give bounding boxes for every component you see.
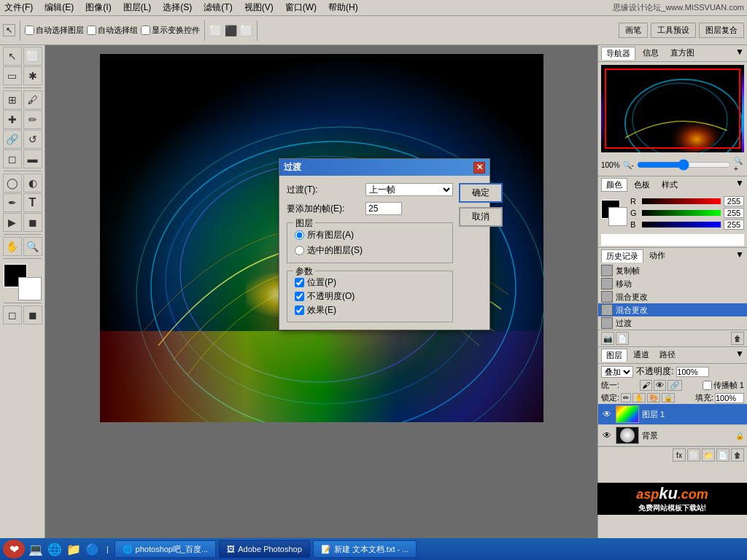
fill-input[interactable] [715, 393, 744, 403]
menu-window[interactable]: 窗口(W) [284, 1, 318, 14]
info-tab[interactable]: 信息 [638, 47, 663, 60]
move-tool[interactable]: ↖ [3, 47, 22, 66]
zoom-slider[interactable] [637, 159, 731, 171]
brush-tool[interactable]: ✏ [23, 110, 42, 129]
green-slider[interactable] [642, 210, 721, 216]
all-layers-radio[interactable]: 所有图层(A) [295, 228, 445, 243]
propagate-checkbox[interactable] [703, 381, 712, 390]
standard-mode[interactable]: ◻ [3, 306, 22, 324]
auto-select-layer-input[interactable] [25, 26, 34, 35]
taskbar-photoshop-blog[interactable]: 🌐 photoshop吧_百度... [115, 540, 217, 558]
background-swatch[interactable] [608, 207, 627, 226]
dialog-close-button[interactable]: ✕ [473, 162, 485, 174]
panel-menu-icon[interactable]: ▼ [735, 47, 744, 60]
styles-tab[interactable]: 样式 [657, 178, 683, 192]
menu-edit[interactable]: 编辑(E) [43, 1, 75, 14]
color-result[interactable] [601, 234, 744, 246]
new-group-btn[interactable]: 📁 [702, 448, 715, 462]
layer-visibility-2[interactable]: 👁 [601, 429, 613, 441]
new-layer-btn[interactable]: 📄 [716, 448, 729, 462]
menu-help[interactable]: 帮助(H) [327, 1, 360, 14]
taskbar-photoshop[interactable]: 🖼 Adobe Photoshop [219, 540, 309, 558]
auto-select-group-input[interactable] [87, 26, 96, 35]
taskbar-notepad[interactable]: 📝 新建 文本文档.txt - ... [313, 540, 417, 558]
quick-mask-mode[interactable]: ◼ [23, 306, 42, 324]
history-item-1[interactable]: 复制帧 [598, 264, 747, 277]
selected-layers-radio[interactable]: 选中的图层(S) [295, 243, 445, 258]
menu-layer[interactable]: 图层(L) [122, 1, 153, 14]
align-center-icon[interactable]: ⬛ [225, 25, 237, 36]
quick-select-tool[interactable]: ✱ [23, 66, 42, 85]
history-panel-menu[interactable]: ▼ [735, 249, 744, 262]
layer-comp-tab[interactable]: 图层复合 [699, 23, 744, 38]
lock-icon-2[interactable]: ✋ [632, 393, 646, 402]
tool-presets-tab[interactable]: 工具预设 [651, 23, 696, 38]
menu-file[interactable]: 文件(F) [3, 1, 34, 14]
pen-tool[interactable]: ✒ [3, 193, 22, 212]
red-slider[interactable] [642, 198, 721, 204]
taskbar-icon-3[interactable]: 📁 [66, 541, 82, 557]
marquee-tool[interactable]: ▭ [3, 66, 22, 85]
auto-select-group-checkbox[interactable]: 自动选择组 [87, 25, 138, 36]
show-transform-input[interactable] [141, 26, 150, 35]
channels-tab[interactable]: 通道 [629, 349, 654, 362]
delete-history-btn[interactable]: 🗑 [731, 332, 744, 345]
history-item-5[interactable]: 过渡 [598, 316, 747, 330]
histogram-tab[interactable]: 直方图 [666, 47, 699, 60]
menu-select[interactable]: 选择(S) [161, 1, 193, 14]
lock-icon-4[interactable]: 🔒 [662, 393, 675, 402]
zoom-in-icon[interactable]: 🔍+ [734, 157, 744, 173]
effects-check[interactable]: 效果(E) [295, 303, 445, 317]
menu-image[interactable]: 图像(I) [84, 1, 112, 14]
start-button[interactable]: ❤ [3, 540, 25, 559]
unify-icon-2[interactable]: 👁 [654, 380, 666, 391]
zoom-tool[interactable]: 🔍 [23, 237, 42, 256]
blur-tool[interactable]: ◯ [3, 174, 22, 192]
align-right-icon[interactable]: ⬜ [240, 25, 252, 36]
blue-value[interactable] [724, 219, 744, 230]
green-value[interactable] [724, 208, 744, 218]
layer-effects-btn[interactable]: fx [673, 448, 686, 462]
red-value[interactable] [724, 196, 744, 206]
hand-tool[interactable]: ✋ [3, 237, 22, 256]
move-tool-icon[interactable]: ↖ [3, 24, 15, 36]
navigator-tab[interactable]: 导航器 [601, 47, 635, 60]
layer-visibility-1[interactable]: 👁 [601, 408, 613, 420]
selected-layers-radio-input[interactable] [295, 246, 304, 255]
effects-checkbox[interactable] [295, 306, 304, 315]
tween-select[interactable]: 上一帧 [365, 183, 453, 196]
new-snapshot-btn[interactable]: 📷 [601, 332, 614, 345]
blue-slider[interactable] [642, 222, 721, 228]
color-panel-menu[interactable]: ▼ [735, 178, 744, 192]
layers-panel-menu[interactable]: ▼ [735, 349, 744, 362]
taskbar-icon-2[interactable]: 🌐 [47, 541, 63, 557]
actions-tab[interactable]: 动作 [645, 249, 670, 262]
paths-tab[interactable]: 路径 [655, 349, 680, 362]
taskbar-icon-1[interactable]: 💻 [28, 541, 44, 557]
all-layers-radio-input[interactable] [295, 230, 304, 240]
new-document-btn[interactable]: 📄 [616, 332, 629, 345]
healing-tool[interactable]: ✚ [3, 110, 22, 129]
zoom-out-icon[interactable]: 🔍- [623, 161, 634, 169]
show-transform-checkbox[interactable]: 显示变换控件 [141, 25, 200, 36]
opacity-checkbox[interactable] [295, 292, 304, 301]
unify-icon-1[interactable]: 🖌 [640, 380, 652, 391]
layers-tab[interactable]: 图层 [601, 349, 627, 362]
ok-button[interactable]: 确定 [459, 183, 503, 203]
history-item-2[interactable]: 移动 [598, 277, 747, 290]
layer-item-1[interactable]: 👁 图层 1 [598, 404, 747, 425]
color-tab[interactable]: 颜色 [601, 178, 627, 192]
auto-select-layer-checkbox[interactable]: 自动选择图层 [25, 25, 84, 36]
blend-mode-select[interactable]: 叠加 [601, 366, 633, 378]
history-brush-tool[interactable]: ↺ [23, 130, 42, 149]
delete-layer-btn[interactable]: 🗑 [731, 448, 744, 462]
gradient-tool[interactable]: ▬ [23, 149, 42, 168]
lock-icon-3[interactable]: 🎨 [647, 393, 660, 402]
align-left-icon[interactable]: ⬜ [209, 25, 222, 36]
path-select-tool[interactable]: ▶ [3, 213, 22, 232]
background-color[interactable] [18, 277, 42, 300]
add-mask-btn[interactable]: ⬜ [687, 448, 700, 462]
swatches-tab[interactable]: 色板 [629, 178, 655, 192]
cancel-button[interactable]: 取消 [459, 207, 503, 227]
layer-item-2[interactable]: 👁 背景 🔒 [598, 425, 747, 446]
